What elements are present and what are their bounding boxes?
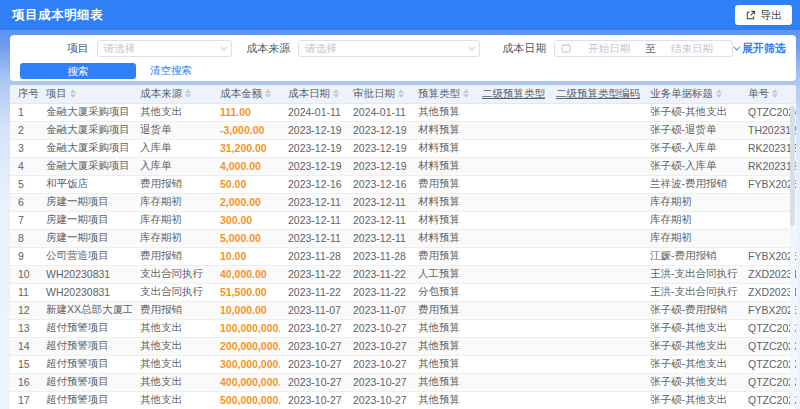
table-row[interactable]: 2金融大厦采购项目退货单-3,000.002023-12-192023-12-1…	[10, 121, 796, 139]
cell: 张子硕-其他支出	[642, 337, 740, 355]
cell: 超付预警项目	[38, 337, 132, 355]
cell: 材料预算	[410, 193, 474, 211]
table-row[interactable]: 7房建一期项目库存期初300.002023-12-112023-12-11材料预…	[10, 211, 796, 229]
cell: QTZC20231027002	[740, 319, 796, 337]
cell: -3,000.00	[212, 121, 280, 139]
row-index-cell: 15	[10, 355, 38, 373]
cell: FYBX20231128001	[740, 247, 796, 265]
column-header-label: 成本金额	[220, 87, 262, 101]
table-row[interactable]: 14超付预警项目其他支出200,000,000.002023-10-272023…	[10, 337, 796, 355]
cell: 金融大厦采购项目	[38, 139, 132, 157]
column-header-label: 二级预算类型	[482, 87, 545, 101]
cell: 2023-12-19	[345, 139, 410, 157]
cell: 超付预警项目	[38, 319, 132, 337]
expand-filter-link[interactable]: 展开筛选	[733, 41, 786, 56]
sort-icon[interactable]	[398, 89, 404, 98]
cell	[474, 193, 548, 211]
project-select-placeholder: 请选择	[104, 42, 136, 56]
column-header-7[interactable]: 预算类型	[410, 85, 474, 103]
table-row[interactable]: 6房建一期项目库存期初2,000.002023-12-112023-12-11材…	[10, 193, 796, 211]
sort-icon[interactable]	[185, 89, 191, 98]
cell: 张子硕-入库单	[642, 139, 740, 157]
cell: 2023-10-27	[280, 337, 345, 355]
table-row[interactable]: 16超付预警项目其他支出400,000,000.002023-10-272023…	[10, 373, 796, 391]
top-header-bar: 项目成本明细表 导出	[0, 0, 800, 30]
sort-icon[interactable]	[333, 89, 339, 98]
row-index-cell: 5	[10, 175, 38, 193]
table-row[interactable]: 9公司营造项目费用报销10.002023-11-282023-11-28费用预算…	[10, 247, 796, 265]
cell: 新建XX总部大厦工程二期	[38, 301, 132, 319]
cell	[474, 265, 548, 283]
clear-search-link[interactable]: 清空搜索	[150, 64, 192, 78]
cell: 超付预警项目	[38, 391, 132, 409]
vertical-scrollbar[interactable]	[790, 104, 795, 407]
table-row[interactable]: 15超付预警项目其他支出300,000,000.002023-10-272023…	[10, 355, 796, 373]
cost-source-select[interactable]: 请选择	[298, 40, 480, 57]
column-header-11[interactable]: 单号	[740, 85, 796, 103]
row-index-cell: 14	[10, 337, 38, 355]
search-button[interactable]: 搜索	[20, 63, 136, 79]
cost-date-filter-label: 成本日期	[502, 41, 554, 56]
column-header-6[interactable]: 审批日期	[345, 85, 410, 103]
cell: 金融大厦采购项目	[38, 103, 132, 121]
cell: ZXD20231122002	[740, 265, 796, 283]
cell	[548, 337, 642, 355]
start-date-input[interactable]: 开始日期	[575, 42, 643, 56]
table-row[interactable]: 8房建一期项目库存期初5,000.002023-12-112023-12-11材…	[10, 229, 796, 247]
sort-icon[interactable]	[772, 89, 778, 98]
cell: 费用预算	[410, 175, 474, 193]
cell	[474, 391, 548, 409]
cell	[474, 283, 548, 301]
cell: 材料预算	[410, 121, 474, 139]
table-row[interactable]: 11WH20230831支出合同执行51,500.002023-11-22202…	[10, 283, 796, 301]
cell	[548, 301, 642, 319]
table-row[interactable]: 3金融大厦采购项目入库单31,200.002023-12-192023-12-1…	[10, 139, 796, 157]
end-date-input[interactable]: 结束日期	[658, 42, 726, 56]
cell	[548, 373, 642, 391]
cell: 10.00	[212, 247, 280, 265]
chevron-down-icon	[733, 44, 740, 51]
table-row[interactable]: 10WH20230831支出合同执行40,000.002023-11-22202…	[10, 265, 796, 283]
project-filter-label: 项目	[20, 41, 97, 56]
table-row[interactable]: 4金融大厦采购项目入库单4,000.002023-12-192023-12-19…	[10, 157, 796, 175]
cell	[548, 229, 642, 247]
project-select[interactable]: 请选择	[97, 40, 233, 57]
cell: 入库单	[132, 157, 212, 175]
column-header-label: 单号	[748, 87, 769, 101]
cell	[548, 319, 642, 337]
sort-icon[interactable]	[463, 89, 469, 98]
export-button[interactable]: 导出	[735, 5, 792, 25]
filter-actions: 搜索 清空搜索	[20, 63, 786, 79]
column-header-2[interactable]: 项目	[38, 85, 132, 103]
cell: 2023-11-28	[345, 247, 410, 265]
sort-icon[interactable]	[716, 89, 722, 98]
cell: FYBX20231107001	[740, 301, 796, 319]
cell: 公司营造项目	[38, 247, 132, 265]
cost-source-select-placeholder: 请选择	[305, 42, 337, 56]
column-header-5[interactable]: 成本日期	[280, 85, 345, 103]
cell: QTZC20231027002	[740, 391, 796, 409]
column-header-4[interactable]: 成本金额	[212, 85, 280, 103]
column-header-label: 成本日期	[288, 87, 330, 101]
cell: 其他预算	[410, 355, 474, 373]
sort-icon[interactable]	[70, 89, 76, 98]
row-index-cell: 6	[10, 193, 38, 211]
table-row[interactable]: 17超付预警项目其他支出500,000,000.002023-10-272023…	[10, 391, 796, 409]
column-header-10[interactable]: 业务单据标题	[642, 85, 740, 103]
row-index-cell: 1	[10, 103, 38, 121]
sort-icon[interactable]	[265, 89, 271, 98]
column-header-3[interactable]: 成本来源	[132, 85, 212, 103]
scrollbar-thumb[interactable]	[790, 106, 795, 226]
cell: 300,000,000.00	[212, 355, 280, 373]
table-row[interactable]: 5和平饭店费用报销50.002023-12-162023-12-16费用预算兰祥…	[10, 175, 796, 193]
cell: 王洪-支出合同执行	[642, 265, 740, 283]
table-row[interactable]: 12新建XX总部大厦工程二期费用报销10,000.002023-11-07202…	[10, 301, 796, 319]
column-header-9[interactable]: 二级预算类型编码	[548, 85, 642, 103]
cell: 2023-10-27	[280, 319, 345, 337]
cost-date-range-picker[interactable]: 开始日期 至 结束日期	[554, 40, 733, 57]
table-row[interactable]: 13超付预警项目其他支出100,000,000.002023-10-272023…	[10, 319, 796, 337]
column-header-8[interactable]: 二级预算类型	[474, 85, 548, 103]
table-row[interactable]: 1金融大厦采购项目其他支出111.002024-01-112024-01-11其…	[10, 103, 796, 121]
cell: 材料预算	[410, 211, 474, 229]
cell: TH20231219001	[740, 121, 796, 139]
